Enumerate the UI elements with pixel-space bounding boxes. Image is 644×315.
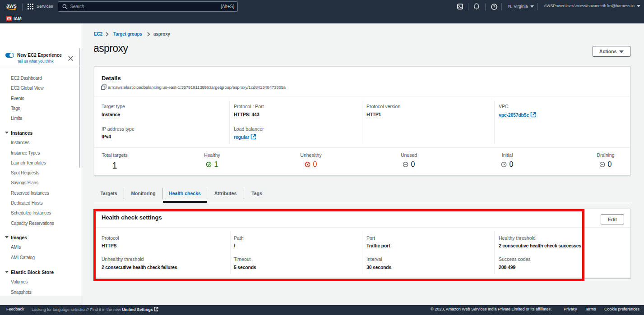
svg-text:?: ?: [493, 5, 496, 9]
svg-text:aws: aws: [6, 3, 17, 9]
